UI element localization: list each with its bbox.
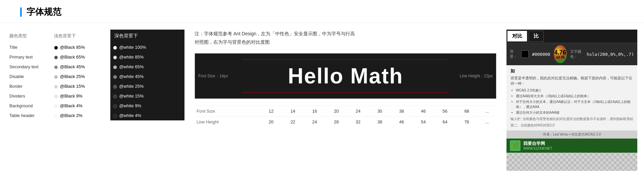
line-height-value: 22 [282, 117, 304, 127]
font-size-label: Font Size：14px [198, 73, 228, 79]
line-height-value: 24 [304, 117, 326, 127]
main-content: 颜色类型 浅色背景下 深色背景下 Title@Black 85%@white 1… [0, 23, 644, 178]
font-size-value: 30 [369, 106, 391, 117]
page-title: 字体规范 [26, 6, 61, 18]
note-text: 注：字体规范参考 Ant Design，左为「中性色」安全显示图，中为字号与行高… [195, 30, 496, 46]
contrast-author: 作者：Lea Verou • 对比度为WCAG 2.0 [543, 132, 601, 136]
table-row: Disable@Black 25%@white 45% [7, 72, 184, 81]
contrast-body-intro: 背景是半透明的，因此此对比度无法精确。根据下面的内容，可能是以下任何一种： [511, 75, 633, 86]
row-light-value: @Black 25% [51, 72, 111, 81]
font-size-row: Font Size12141620243038465668... [195, 106, 496, 117]
contrast-bullets: WCAG 2.0失败-( 通过AA段得大文本（18pt以上或14pt以上的粗体）… [511, 88, 633, 115]
line-height-value: 32 [347, 117, 369, 127]
row-type-label: Background [7, 101, 51, 111]
row-dark-value: @white 4% [110, 111, 184, 120]
score-value: 4.76 [554, 49, 566, 55]
page-header: 字体规范 [0, 0, 644, 23]
brand-url: WWW.51ZXW.NET [523, 147, 552, 150]
row-light-value: @Black 45% [51, 62, 111, 72]
row-dark-value: @white 15% [110, 91, 184, 101]
bullet-2: 通过AA段得大文本（18pt以上或14pt以上的粗体） [516, 93, 633, 99]
size-table: Font Size12141620243038465668...Line Hei… [195, 106, 496, 127]
col-header-light: 浅色背景下 [51, 30, 111, 42]
bg-hex: #000000 [532, 52, 550, 57]
font-size-value: 24 [347, 106, 369, 117]
row-dark-value: @white 25% [110, 81, 184, 91]
contrast-tabs: 对比 比 [506, 30, 637, 43]
row-dark-value: @white 100% [110, 42, 184, 52]
line-height-row: Line Height20222428323846546476... [195, 117, 496, 127]
table-row: Secondary text@Black 45%@white 65% [7, 62, 184, 72]
row-dark-value: @white 9% [110, 101, 184, 111]
font-size-value: 68 [456, 106, 478, 117]
row-light-value: @Black 65% [51, 52, 111, 62]
font-size-value: ... [478, 106, 496, 117]
contrast-body: 如 背景是半透明的，因此此对比度无法精确。根据下面的内容，可能是以下任何一种： … [506, 65, 637, 130]
fg-label: 文字颜色： [570, 49, 584, 59]
font-size-value: 16 [304, 106, 326, 117]
row-dark-value: @white 65% [110, 62, 184, 72]
right-panel: 对比 比 背景： #000000 4.76 ±3.76 文字颜色： hsla(2… [506, 30, 637, 171]
note-line1: 注：字体规范参考 Ant Design，左为「中性色」安全显示图，中为字号与行高 [195, 31, 355, 36]
row-light-value: @Black 9% [51, 91, 111, 101]
font-size-value: 20 [325, 106, 347, 117]
bullet-3: 对于任何大小的文本，通过AA级认证；对于大文本（18pt以上或14pt以上的粗体… [516, 99, 633, 109]
line-height-value: 38 [369, 117, 391, 127]
line-height-label: Line Height：22px [460, 73, 493, 79]
contrast-footer: 作者：Lea Verou • 对比度为WCAG 2.0 [506, 130, 637, 139]
contrast-colorbar: 背景： #000000 4.76 ±3.76 文字颜色： hsla(200,0%… [506, 43, 637, 65]
table-row: Border@Black 15%@white 25% [7, 81, 184, 91]
contrast-hint-text: 输入栏: 当前颜色与背景色相比的对比度应当的数据显示不在值时，请到指标联系的 [511, 116, 633, 121]
bg-label: 背景： [510, 49, 518, 59]
bullet-4: 通过任何大小的文本的AAA级 [516, 110, 633, 115]
row-type-label: Primary text [7, 52, 51, 62]
table-row: Dividers@Black 9%@white 15% [7, 91, 184, 101]
row-light-value: @Black 85% [51, 42, 111, 52]
line-height-value: 46 [391, 117, 413, 127]
fg-value: hsla(200,0%,0%,.7) [587, 52, 634, 57]
note-line2: 对照图，右为字与背景色的对比度图 [195, 39, 270, 45]
font-size-value: 38 [391, 106, 413, 117]
middle-section: 注：字体规范参考 Ant Design，左为「中性色」安全显示图，中为字号与行高… [191, 30, 500, 171]
font-size-value: 46 [413, 106, 434, 117]
line-height-value: 54 [413, 117, 434, 127]
demo-inner: Font Size：14px Hello Math Line Height：22… [195, 53, 496, 99]
tab-contrast-main[interactable]: 对比 [507, 31, 527, 42]
line-height-value: 76 [456, 117, 478, 127]
row-light-value: @Black 15% [51, 81, 111, 91]
line-height-value: 64 [434, 117, 456, 127]
row-dark-value: @white 45% [110, 72, 184, 81]
color-table-section: 颜色类型 浅色背景下 深色背景下 Title@Black 85%@white 1… [7, 30, 184, 171]
brand-badge: 🌿 我要自学网 WWW.51ZXW.NET [506, 139, 637, 153]
brand-info: 我要自学网 WWW.51ZXW.NET [523, 141, 552, 150]
table-row: Primary text@Black 65%@white 85% [7, 52, 184, 62]
row-type-label: Border [7, 81, 51, 91]
row-dark-value: @white 85% [110, 52, 184, 62]
font-size-value: 56 [434, 106, 456, 117]
color-table: 颜色类型 浅色背景下 深色背景下 Title@Black 85%@white 1… [7, 30, 184, 120]
font-size-label: Font Size [195, 106, 260, 117]
row-light-value: @Black 2% [51, 111, 111, 120]
score-pm: ±3.76 [556, 55, 565, 59]
col-header-type: 颜色类型 [7, 30, 51, 42]
row-type-label: Secondary text [7, 62, 51, 72]
row-type-label: Dividers [7, 91, 51, 101]
contrast-footer-sub: 第二。当前颜色对WG对照2.0 [511, 123, 633, 128]
header-accent-bar [20, 7, 22, 17]
font-size-value: 14 [282, 106, 304, 117]
line-height-value: 28 [325, 117, 347, 127]
brand-icon: 🌿 [510, 140, 521, 151]
tab-contrast-alt[interactable]: 比 [529, 31, 544, 42]
brand-name: 我要自学网 [523, 141, 552, 147]
line-height-value: ... [478, 117, 496, 127]
font-size-value: 12 [260, 106, 282, 117]
contrast-overlay: 对比 比 背景： #000000 4.76 ±3.76 文字颜色： hsla(2… [506, 30, 637, 153]
table-row: Table header@Black 2%@white 4% [7, 111, 184, 120]
row-type-label: Table header [7, 111, 51, 120]
row-light-value: @Black 4% [51, 101, 111, 111]
table-row: Background@Black 4%@white 9% [7, 101, 184, 111]
table-row: Title@Black 85%@white 100% [7, 42, 184, 52]
demo-box: Font Size：14px Hello Math Line Height：22… [195, 53, 496, 99]
row-type-label: Disable [7, 72, 51, 81]
line-height-label: Line Height [195, 117, 260, 127]
